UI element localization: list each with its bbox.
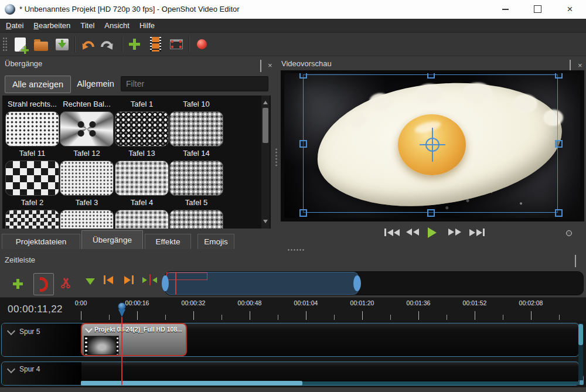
transition-thumbnail[interactable] <box>115 111 169 146</box>
center-playhead-button[interactable] <box>142 274 157 285</box>
transition-label[interactable]: Tafel 13 <box>115 149 169 158</box>
transitions-filter-input[interactable] <box>121 76 268 91</box>
transform-origin-icon[interactable] <box>425 138 440 152</box>
transition-label[interactable]: Tafel 11 <box>5 149 59 158</box>
menu-ansicht[interactable]: Ansicht <box>104 21 130 30</box>
choose-profile-button[interactable] <box>145 35 165 54</box>
horizontal-splitter-handle[interactable] <box>287 248 305 251</box>
transition-label[interactable]: Rechten Bal... <box>60 100 114 108</box>
snapping-toggle-button[interactable] <box>33 273 54 295</box>
transition-thumbnail[interactable] <box>169 111 223 146</box>
open-project-button[interactable] <box>31 35 51 54</box>
transform-handle-bottom-left[interactable] <box>299 209 307 217</box>
triangle-left-icon <box>394 229 400 236</box>
transition-thumbnail[interactable] <box>115 161 169 196</box>
transition-label[interactable]: Strahl rechts... <box>5 100 59 108</box>
triangle-right-icon <box>124 276 131 284</box>
razor-button[interactable] <box>59 276 73 290</box>
zoom-slider-left-handle[interactable] <box>162 275 169 291</box>
export-video-button[interactable] <box>192 35 212 54</box>
transition-thumbnail[interactable] <box>5 210 59 229</box>
transition-label[interactable]: Tafel 2 <box>5 198 59 207</box>
transition-label[interactable]: Tafel 12 <box>60 149 114 158</box>
redo-button[interactable] <box>98 35 118 54</box>
menu-hilfe[interactable]: Hilfe <box>139 21 155 30</box>
tab-effekte[interactable]: Effekte <box>145 234 191 249</box>
jump-to-end-button[interactable] <box>469 229 485 236</box>
transition-thumbnail[interactable] <box>115 210 169 229</box>
transition-label[interactable]: Tafel 4 <box>115 198 169 207</box>
undo-button[interactable] <box>77 35 97 54</box>
timeline-vscrollbar-thumb[interactable] <box>578 324 583 345</box>
timeline-hscrollbar-thumb[interactable] <box>81 381 302 386</box>
transitions-panel-title: Übergänge <box>5 59 42 68</box>
transition-label[interactable]: Tafel 10 <box>169 100 223 108</box>
transition-thumbnail[interactable] <box>169 161 223 196</box>
scissors-icon <box>60 278 71 288</box>
transform-handle-top-left[interactable] <box>299 73 307 79</box>
scroll-up-icon[interactable] <box>263 98 268 104</box>
timeline-clip[interactable]: Projekt 08-24(2)_Full HD 108... <box>81 323 187 356</box>
transform-handle-bottom-right[interactable] <box>555 209 563 217</box>
transitions-scrollbar[interactable] <box>261 96 270 229</box>
tab-emojis[interactable]: Emojis <box>197 234 234 249</box>
chevron-down-icon[interactable] <box>85 325 93 333</box>
chevron-down-icon[interactable] <box>7 327 15 335</box>
transform-handle-top-center[interactable] <box>427 73 435 79</box>
tab-uebergaenge[interactable]: Übergänge <box>81 230 143 249</box>
scrollbar-thumb[interactable] <box>263 108 268 143</box>
menu-titel[interactable]: Titel <box>80 21 94 30</box>
transition-thumbnail[interactable] <box>60 210 114 229</box>
save-project-button[interactable] <box>52 35 72 54</box>
openshot-window: * Unbenanntes Projekt [HD 720p 30 fps] -… <box>0 0 586 392</box>
transform-handle-middle-left[interactable] <box>299 140 307 148</box>
add-marker-button[interactable] <box>83 274 97 288</box>
new-project-button[interactable] <box>10 35 30 54</box>
transition-label[interactable]: Tafel 14 <box>169 149 223 158</box>
vertical-splitter-handle[interactable] <box>275 148 278 167</box>
menu-datei[interactable]: Datei <box>6 21 23 30</box>
transition-thumbnail[interactable] <box>5 161 59 196</box>
toolbar-grip-handle[interactable] <box>2 37 8 52</box>
close-button[interactable]: × <box>554 0 586 18</box>
transition-thumbnail[interactable] <box>60 111 114 146</box>
export-dialog-button[interactable] <box>166 35 186 54</box>
transition-thumbnail[interactable] <box>169 210 223 229</box>
menu-bearbeiten[interactable]: Bearbeiten <box>33 21 70 30</box>
bar-icon <box>104 275 105 284</box>
timeline-hscrollbar-track[interactable] <box>302 381 580 385</box>
transform-handle-middle-right[interactable] <box>555 140 563 148</box>
toolbar-separator <box>122 36 123 52</box>
close-panel-button[interactable] <box>268 60 272 70</box>
fast-forward-button[interactable] <box>448 229 461 236</box>
jump-to-start-button[interactable] <box>384 229 400 236</box>
add-track-button[interactable] <box>9 275 26 292</box>
play-button[interactable] <box>428 227 437 238</box>
previous-marker-button[interactable] <box>104 275 113 284</box>
close-panel-button[interactable] <box>578 60 582 70</box>
playhead-line[interactable] <box>121 317 122 385</box>
float-panel-button[interactable] <box>575 257 576 267</box>
common-button[interactable]: Allgemein <box>73 76 118 92</box>
transition-label[interactable]: Tafel 3 <box>60 198 114 207</box>
minimize-button[interactable] <box>489 0 522 18</box>
transition-label[interactable]: Tafel 1 <box>115 100 169 108</box>
transform-handle-bottom-center[interactable] <box>427 209 435 217</box>
zoom-slider-right-handle[interactable] <box>353 275 361 291</box>
transform-handle-top-right[interactable] <box>555 73 563 79</box>
playhead-pin-tail[interactable] <box>118 309 125 317</box>
next-marker-button[interactable] <box>124 275 134 284</box>
transition-thumbnail[interactable] <box>5 111 59 146</box>
maximize-button[interactable] <box>522 0 554 18</box>
tab-projektdateien[interactable]: Projektdateien <box>2 234 80 249</box>
show-all-button[interactable]: Alle anzeigen <box>5 76 71 93</box>
transition-label[interactable]: Tafel 5 <box>169 198 223 207</box>
transition-thumbnail[interactable] <box>60 161 114 196</box>
chevron-down-icon[interactable] <box>7 365 15 373</box>
scroll-down-icon[interactable] <box>263 220 268 226</box>
rewind-button[interactable] <box>406 229 419 236</box>
maximize-icon <box>534 5 541 13</box>
timeline-ruler[interactable]: 00:00:11,22 0:00 00:00:16 00:00:32 00:00… <box>0 297 586 322</box>
float-panel-button[interactable] <box>260 62 261 72</box>
import-files-button[interactable] <box>124 35 144 54</box>
